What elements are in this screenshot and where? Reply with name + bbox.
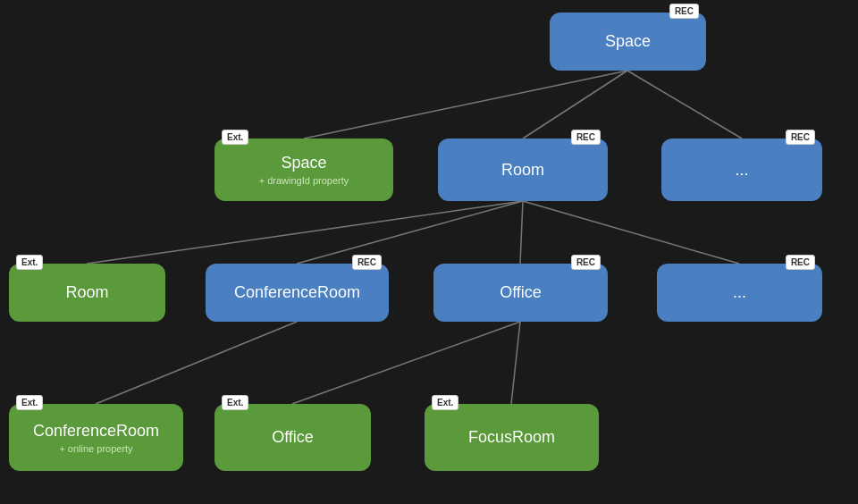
badge-rec-space-top: REC	[669, 4, 699, 19]
svg-line-0	[304, 71, 627, 139]
space-ext-label: Space	[281, 154, 326, 172]
svg-line-5	[520, 201, 523, 264]
dots2-label: ...	[733, 283, 746, 302]
badge-rec-office: REC	[571, 255, 601, 270]
space-top-label: Space	[605, 32, 651, 51]
node-dots2: REC ...	[657, 264, 822, 322]
node-focus-ext: Ext. FocusRoom	[425, 404, 599, 471]
node-dots1: REC ...	[661, 139, 822, 201]
badge-ext-room: Ext.	[16, 255, 43, 270]
badge-rec-dots1: REC	[786, 130, 815, 145]
conf-rec-label: ConferenceRoom	[234, 283, 360, 302]
space-ext-sublabel: + drawingId property	[259, 175, 349, 186]
node-office-ext: Ext. Office	[214, 404, 371, 471]
dots1-label: ...	[735, 161, 748, 180]
svg-line-7	[96, 322, 297, 404]
node-conf-ext: Ext. ConferenceRoom + online property	[9, 404, 183, 471]
diagram: REC Space Ext. Space + drawingId propert…	[0, 0, 858, 504]
office-ext-label: Office	[272, 428, 314, 447]
svg-line-2	[627, 71, 742, 139]
svg-line-8	[292, 322, 520, 404]
badge-ext-conf: Ext.	[16, 395, 43, 410]
conf-ext-sublabel: + online property	[59, 443, 132, 454]
node-space-ext: Ext. Space + drawingId property	[214, 139, 393, 201]
room-rec-label: Room	[501, 161, 544, 180]
conf-ext-label: ConferenceRoom	[33, 422, 159, 441]
office-rec-label: Office	[500, 283, 542, 302]
badge-ext-office: Ext.	[222, 395, 248, 410]
node-room-ext: Ext. Room	[9, 264, 165, 322]
badge-ext-focus: Ext.	[432, 395, 458, 410]
svg-line-4	[297, 201, 523, 264]
node-conf-rec: REC ConferenceRoom	[206, 264, 389, 322]
room-ext-label: Room	[65, 283, 108, 302]
badge-rec-room: REC	[571, 130, 601, 145]
node-room-rec: REC Room	[438, 139, 608, 201]
svg-line-9	[511, 322, 520, 404]
badge-rec-dots2: REC	[786, 255, 815, 270]
badge-rec-conf: REC	[352, 255, 382, 270]
node-space-top: REC Space	[550, 13, 706, 71]
svg-line-3	[87, 201, 523, 264]
svg-line-6	[523, 201, 739, 264]
node-office-rec: REC Office	[433, 264, 608, 322]
focus-ext-label: FocusRoom	[468, 428, 555, 447]
badge-ext-space: Ext.	[222, 130, 248, 145]
svg-line-1	[523, 71, 627, 139]
